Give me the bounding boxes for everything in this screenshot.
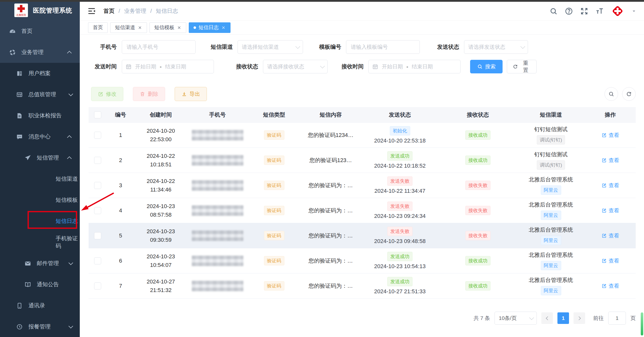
sidebar-item[interactable]: 邮件管理 <box>0 253 80 274</box>
export-button[interactable]: 导出 <box>175 87 207 101</box>
close-icon[interactable] <box>177 25 181 30</box>
row-checkbox[interactable] <box>94 232 101 239</box>
breadcrumb-business[interactable]: 业务管理 <box>124 7 146 15</box>
show-search-button[interactable] <box>604 87 618 101</box>
sidebar-item[interactable]: 职业体检报告 <box>0 105 80 126</box>
reset-button[interactable]: 重置 <box>507 60 537 73</box>
page-tab[interactable]: 短信渠道 <box>110 22 147 33</box>
search-button[interactable]: 搜索 <box>470 60 503 73</box>
view-link[interactable]: 查看 <box>601 157 619 164</box>
cell-content: 您的验证码123… <box>300 155 361 166</box>
page-tab[interactable]: 首页 <box>88 22 108 33</box>
close-icon[interactable] <box>221 25 226 30</box>
select-all-checkbox[interactable] <box>94 111 101 118</box>
view-link[interactable]: 查看 <box>601 232 619 239</box>
recv-time-range-picker[interactable]: 开始日期 - 结束日期 <box>368 60 461 73</box>
sidebar-item-label: 短信日志 <box>56 217 78 225</box>
cell-channel: 北雅后台管理系统 阿里云 <box>517 225 585 247</box>
prev-page-button[interactable] <box>541 312 553 324</box>
recv-status-select[interactable]: 请选择接收状态 <box>263 60 328 73</box>
phone-input[interactable] <box>122 40 196 54</box>
chevron-down-icon <box>295 44 300 49</box>
view-link-label: 查看 <box>609 132 619 139</box>
sidebar-item-icon <box>43 176 50 182</box>
page-tab[interactable]: 短信日志 <box>189 22 231 33</box>
channel-select[interactable]: 请选择短信渠道 <box>238 40 303 54</box>
font-size-icon[interactable] <box>595 7 604 15</box>
edit-button[interactable]: 修改 <box>91 87 123 101</box>
filter-row-1: 手机号 短信渠道 请选择短信渠道 模板编号 发送状态 <box>89 40 636 54</box>
search-icon[interactable] <box>549 7 558 15</box>
sidebar-item[interactable]: 消息中心 <box>0 126 80 147</box>
cell-action: 查看 <box>585 180 636 190</box>
sidebar-item[interactable]: 业务管理 <box>0 42 80 63</box>
page-tab[interactable]: 短信模板 <box>149 22 186 33</box>
cell-recv-status: 接收失败 <box>439 229 517 242</box>
chevron-icon <box>67 156 71 161</box>
row-checkbox[interactable] <box>94 157 101 164</box>
help-icon[interactable] <box>565 7 573 15</box>
user-avatar[interactable] <box>611 4 624 18</box>
breadcrumb-home[interactable]: 首页 <box>103 7 115 15</box>
goto-page-input[interactable] <box>608 312 626 325</box>
chevron-down-icon[interactable] <box>631 9 636 14</box>
template-input[interactable] <box>346 40 420 54</box>
channel-name: 北雅后台管理系统 <box>529 201 573 209</box>
row-checkbox[interactable] <box>94 282 101 290</box>
sidebar-item-icon <box>43 197 50 204</box>
filter-recv-status: 接收状态 请选择接收状态 <box>233 60 328 73</box>
send-time-range-picker[interactable]: 开始日期 - 结束日期 <box>122 60 214 73</box>
send-status-select[interactable]: 请选择发送状态 <box>464 40 528 54</box>
sidebar-item[interactable]: 短信日志 <box>0 211 80 232</box>
send-time: 2024-10-20 22:53:18 <box>374 137 426 144</box>
sms-type-tag: 验证码 <box>264 206 284 215</box>
delete-button[interactable]: 删除 <box>133 87 165 101</box>
cell-content: 您的验证码为：… <box>300 256 361 266</box>
edit-icon <box>601 233 607 238</box>
filter-row-2: 发送时间 开始日期 - 结束日期 接收状态 请选择接收状态 <box>89 60 636 73</box>
next-page-button[interactable] <box>574 312 585 324</box>
row-checkbox[interactable] <box>94 257 101 264</box>
sidebar-item[interactable]: 短信渠道 <box>0 168 80 189</box>
view-link[interactable]: 查看 <box>601 257 619 264</box>
view-link[interactable]: 查看 <box>601 132 619 139</box>
filter-template: 模板编号 <box>316 40 420 54</box>
table-utility-buttons <box>604 87 636 101</box>
cell-created: 2024-10-23 08:57:58 <box>134 202 187 220</box>
close-icon[interactable] <box>138 25 142 30</box>
sidebar-item[interactable]: 通讯录 <box>0 295 80 316</box>
sidebar-item-label: 短信管理 <box>37 154 59 162</box>
view-link[interactable]: 查看 <box>601 182 619 189</box>
sidebar-item[interactable]: 总值班管理 <box>0 84 80 105</box>
header-content: 短信内容 <box>300 110 361 120</box>
sidebar-item[interactable]: 通知公告 <box>0 274 80 295</box>
row-checkbox[interactable] <box>94 207 101 214</box>
view-link[interactable]: 查看 <box>601 282 619 290</box>
refresh-table-button[interactable] <box>622 87 636 101</box>
app-logo-row: 北雅医院 医院管理系统 <box>0 0 80 21</box>
phone-redacted <box>192 205 243 216</box>
scrollbar-thumb[interactable] <box>641 312 643 335</box>
row-checkbox[interactable] <box>94 182 101 189</box>
sidebar-item[interactable]: 手机验证码 <box>0 232 80 253</box>
sidebar-item[interactable]: 短信模板 <box>0 189 80 211</box>
sidebar-item[interactable]: 用户档案 <box>0 63 80 84</box>
chevron-down-icon <box>520 44 525 49</box>
cell-action: 查看 <box>585 281 636 291</box>
filter-send-time: 发送时间 开始日期 - 结束日期 <box>89 60 214 73</box>
sidebar-collapse-icon[interactable] <box>87 7 96 15</box>
view-link[interactable]: 查看 <box>601 207 619 214</box>
current-page-button[interactable]: 1 <box>557 312 569 324</box>
fullscreen-icon[interactable] <box>580 7 588 15</box>
phone-label: 手机号 <box>89 43 117 51</box>
page-size-select[interactable]: 10条/页 <box>495 312 537 325</box>
sidebar-item[interactable]: 短信管理 <box>0 147 80 168</box>
sidebar-item[interactable]: 报餐管理 <box>0 316 80 337</box>
created-time: 09:30:59 <box>150 237 172 243</box>
tab-label: 短信渠道 <box>115 24 135 31</box>
row-checkbox[interactable] <box>94 132 101 139</box>
sidebar-item-icon <box>16 70 23 77</box>
sidebar-item[interactable]: 首页 <box>0 21 80 42</box>
table-toolbar: 修改 删除 导出 <box>80 87 644 101</box>
send-status-placeholder: 请选择发送状态 <box>468 43 505 51</box>
